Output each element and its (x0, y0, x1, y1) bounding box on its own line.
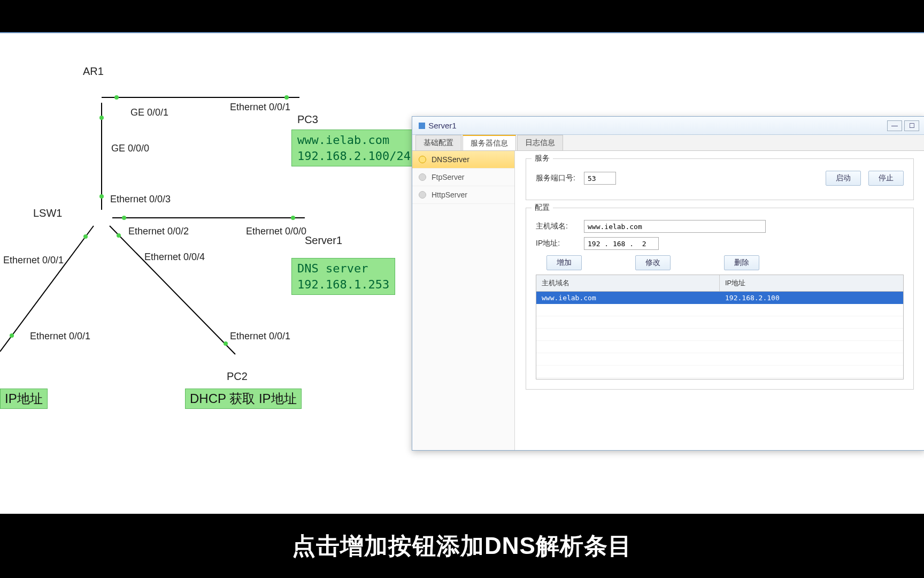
if-label: Ethernet 0/0/1 (30, 331, 90, 342)
svg-rect-33 (419, 123, 425, 129)
side-item-label: HttpServer (432, 191, 467, 199)
side-item-label: FtpServer (432, 173, 464, 181)
if-label: Ethernet 0/0/4 (144, 252, 205, 263)
note-pc3: www.ielab.com 192.168.2.100/24 (291, 130, 417, 166)
table-row[interactable]: www.ielab.com 192.168.2.100 (536, 292, 903, 304)
if-label: Ethernet 0/0/3 (110, 194, 171, 205)
side-item-ftp[interactable]: FtpServer (412, 169, 514, 186)
dialog-title: Server1 (428, 121, 457, 130)
group-title: 配置 (532, 203, 553, 212)
device-label-server1: Server1 (305, 234, 342, 247)
delete-button[interactable]: 删除 (724, 255, 759, 270)
svg-line-4 (110, 226, 235, 354)
if-label: Ethernet 0/0/2 (128, 226, 189, 237)
add-button[interactable]: 增加 (546, 255, 582, 270)
tab-server-info[interactable]: 服务器信息 (463, 135, 516, 150)
svg-point-9 (122, 216, 126, 220)
svg-point-14 (224, 341, 228, 346)
subtitle-caption: 点击增加按钮添加DNS解析条目 (0, 514, 924, 578)
group-title: 服务 (532, 154, 553, 163)
if-label: GE 0/0/1 (130, 107, 168, 118)
svg-point-7 (99, 116, 104, 120)
cell-host: www.ielab.com (536, 292, 720, 304)
modify-button[interactable]: 修改 (635, 255, 671, 270)
cell-ip: 192.168.2.100 (720, 292, 903, 304)
note-pc1: IP地址 (0, 389, 48, 409)
dns-table: 主机域名 IP地址 www.ielab.com 192.168.2.100 (536, 275, 904, 379)
note-server: DNS server 192.168.1.253 (291, 258, 395, 295)
tab-bar: 基础配置 服务器信息 日志信息 (412, 135, 924, 151)
tab-basic[interactable]: 基础配置 (415, 135, 461, 150)
dialog-titlebar[interactable]: Server1 — ☐ (412, 117, 924, 135)
if-label: Ethernet 0/0/1 (230, 331, 290, 342)
server-type-list: DNSServer FtpServer HttpServer (412, 151, 515, 450)
svg-point-12 (117, 233, 121, 238)
service-group: 服务 服务端口号: 启动 停止 (526, 158, 914, 200)
side-item-label: DNSServer (432, 155, 469, 164)
ip-input[interactable] (584, 237, 659, 250)
config-group: 配置 主机域名: IP地址: 增加 修改 删除 (526, 208, 914, 390)
device-label-pc3: PC3 (297, 113, 318, 126)
ip-label: IP地址: (536, 239, 584, 248)
device-label-ar1: AR1 (83, 65, 104, 78)
maximize-button[interactable]: ☐ (904, 120, 919, 131)
tab-log[interactable]: 日志信息 (517, 135, 563, 150)
start-button[interactable]: 启动 (826, 171, 861, 186)
svg-point-13 (10, 333, 14, 338)
side-item-dns[interactable]: DNSServer (412, 151, 514, 169)
svg-point-11 (83, 234, 88, 239)
device-label-lsw1: LSW1 (33, 207, 62, 219)
app-icon (418, 121, 426, 130)
host-label: 主机域名: (536, 222, 584, 231)
minimize-button[interactable]: — (887, 120, 902, 131)
if-label: Ethernet 0/0/1 (230, 102, 290, 113)
table-empty-area[interactable] (536, 304, 903, 379)
if-label: GE 0/0/0 (111, 143, 149, 154)
radio-icon (419, 191, 426, 199)
side-item-http[interactable]: HttpServer (412, 186, 514, 204)
if-label: Ethernet 0/0/0 (246, 226, 306, 237)
radio-icon (419, 156, 426, 163)
svg-point-8 (99, 194, 104, 199)
if-label: Ethernet 0/0/1 (3, 255, 64, 266)
svg-point-6 (284, 95, 289, 100)
note-pc2: DHCP 获取 IP地址 (185, 389, 302, 409)
col-host[interactable]: 主机域名 (536, 275, 720, 291)
svg-point-10 (291, 216, 295, 220)
port-label: 服务端口号: (536, 173, 584, 183)
port-input[interactable] (584, 172, 616, 185)
col-ip[interactable]: IP地址 (720, 275, 903, 291)
server-config-dialog: Server1 — ☐ 基础配置 服务器信息 日志信息 DNSServer Ft… (412, 116, 924, 451)
svg-point-5 (114, 95, 119, 100)
host-input[interactable] (584, 220, 766, 233)
device-label-pc2: PC2 (227, 370, 248, 383)
radio-icon (419, 173, 426, 181)
stop-button[interactable]: 停止 (868, 171, 904, 186)
